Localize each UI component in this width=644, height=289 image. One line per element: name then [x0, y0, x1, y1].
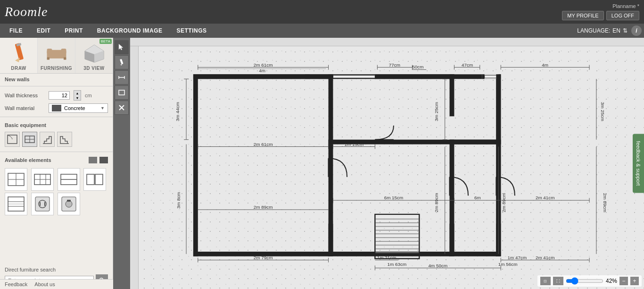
svg-text:4m: 4m	[542, 62, 548, 68]
svg-rect-34	[35, 197, 50, 211]
equip-door[interactable]	[5, 132, 20, 147]
svg-rect-60	[198, 74, 331, 79]
draw-icon	[7, 42, 31, 64]
zoom-decrease[interactable]: −	[619, 277, 628, 285]
tool-tabs: DRAW FURNISHING BETA	[0, 38, 113, 74]
grid-view-icon[interactable]	[99, 157, 108, 163]
ruler-top	[130, 38, 644, 46]
svg-text:47cm: 47cm	[462, 62, 473, 68]
svg-text:1m 47cm: 1m 47cm	[508, 255, 527, 260]
equip-window[interactable]	[22, 132, 37, 147]
wall-thickness-row: Wall thickness ▲ ▼ cm	[0, 89, 113, 102]
svg-rect-7	[64, 57, 66, 60]
tool-rectangle[interactable]	[115, 85, 129, 100]
tab-draw[interactable]: DRAW	[0, 38, 38, 73]
svg-text:2m 79cm: 2m 79cm	[254, 255, 273, 260]
toolbar-strip	[113, 38, 130, 289]
available-elements-header: Available elements	[0, 154, 113, 166]
floor-plan-svg[interactable]: 2m 61cm 77cm 50cm 47cm 4m 4m	[139, 46, 644, 289]
element-window-5[interactable]	[5, 193, 27, 215]
svg-rect-29	[95, 174, 103, 185]
svg-rect-40	[67, 200, 71, 202]
zoom-increase[interactable]: +	[630, 277, 639, 285]
available-elements-label: Available elements	[5, 157, 51, 163]
svg-point-39	[66, 201, 72, 207]
equip-stairs-right[interactable]	[57, 132, 72, 147]
material-name: Concrete	[64, 105, 98, 111]
tool-cursor[interactable]	[115, 40, 129, 54]
zoom-value: 42%	[606, 278, 617, 284]
svg-rect-57	[193, 252, 501, 256]
tab-furnishing[interactable]: FURNISHING	[38, 38, 75, 73]
menu-file[interactable]: FILE	[2, 24, 30, 38]
svg-rect-56	[193, 74, 198, 256]
svg-text:3m 25cm: 3m 25cm	[434, 102, 439, 121]
svg-rect-71	[450, 74, 454, 116]
svg-marker-43	[119, 44, 123, 50]
menubar: FILE EDIT PRINT BACKGROUND IMAGE SETTING…	[0, 24, 644, 38]
header-buttons: MY PROFILE LOG OFF	[562, 11, 639, 20]
wall-thickness-input[interactable]	[49, 91, 70, 100]
menu-settings[interactable]: SETTINGS	[170, 24, 214, 38]
menu-edit[interactable]: EDIT	[30, 24, 58, 38]
svg-text:2m 61cm: 2m 61cm	[254, 142, 273, 147]
svg-rect-79	[329, 224, 333, 256]
menu-background-image[interactable]: BACKGROUND IMAGE	[90, 24, 170, 38]
material-color-swatch	[52, 105, 61, 111]
svg-text:2m 41cm: 2m 41cm	[536, 195, 555, 200]
left-panel: DRAW FURNISHING BETA	[0, 38, 113, 289]
svg-marker-45	[120, 64, 122, 66]
svg-text:4m 50cm: 4m 50cm	[429, 263, 448, 268]
svg-rect-4	[47, 49, 52, 54]
zoom-slider[interactable]	[566, 277, 603, 285]
divider-1	[0, 86, 113, 86]
fullscreen-button[interactable]: ⛶	[553, 277, 563, 285]
svg-rect-52	[130, 38, 644, 46]
equipment-row	[0, 129, 113, 149]
new-walls-label: New walls	[0, 74, 113, 84]
svg-text:1m 21cm: 1m 21cm	[377, 255, 396, 260]
fit-view-button[interactable]: ⊡	[540, 277, 551, 285]
log-off-button[interactable]: LOG OFF	[606, 11, 639, 20]
canvas-area[interactable]: 2m 61cm 77cm 50cm 47cm 4m 4m	[130, 38, 644, 289]
wall-thickness-stepper: ▲ ▼	[74, 90, 81, 101]
stepper-down[interactable]: ▼	[74, 95, 81, 100]
ruler-left	[130, 46, 139, 289]
tool-delete[interactable]	[115, 101, 129, 115]
svg-rect-63	[333, 75, 375, 78]
tool-pencil[interactable]	[115, 55, 129, 69]
tool-dimension[interactable]	[115, 70, 129, 85]
language-label: LANGUAGE:	[577, 27, 610, 34]
list-view-icon[interactable]	[89, 157, 97, 163]
wall-material-select[interactable]: Concrete ▼	[49, 103, 108, 113]
my-profile-button[interactable]: MY PROFILE	[562, 11, 603, 20]
element-window-1[interactable]	[5, 168, 27, 191]
footer: Feedback About us	[0, 279, 113, 289]
wall-thickness-unit: cm	[85, 93, 92, 98]
language-selector[interactable]: LANGUAGE: EN ⇅	[577, 27, 627, 34]
beta-badge: BETA	[99, 39, 112, 44]
info-icon[interactable]: i	[631, 26, 642, 36]
feedback-link[interactable]: Feedback	[5, 281, 27, 287]
svg-text:2m 89cm: 2m 89cm	[434, 193, 439, 212]
svg-text:77cm: 77cm	[389, 62, 400, 68]
svg-text:6m: 6m	[474, 195, 481, 200]
wall-thickness-label: Wall thickness	[5, 93, 45, 98]
equip-stairs-left[interactable]	[40, 132, 55, 147]
element-socket[interactable]	[31, 193, 54, 215]
search-label: Direct furniture search	[5, 267, 108, 272]
feedback-support-panel[interactable]: feedback & support	[633, 134, 644, 193]
menu-print[interactable]: PRINT	[58, 24, 90, 38]
svg-marker-1	[15, 58, 20, 62]
element-outlet[interactable]	[58, 193, 80, 215]
furnishing-icon	[45, 42, 68, 64]
element-window-3[interactable]	[58, 168, 80, 191]
svg-rect-5	[61, 49, 66, 54]
tab-3dview[interactable]: BETA 3D VIEW	[75, 38, 113, 73]
basic-equipment-label: Basic equipment	[0, 119, 113, 129]
element-window-2[interactable]	[31, 168, 54, 191]
element-window-4[interactable]	[83, 168, 106, 191]
stepper-up[interactable]: ▲	[74, 91, 81, 95]
3dview-icon	[83, 42, 106, 64]
about-link[interactable]: About us	[34, 281, 55, 287]
